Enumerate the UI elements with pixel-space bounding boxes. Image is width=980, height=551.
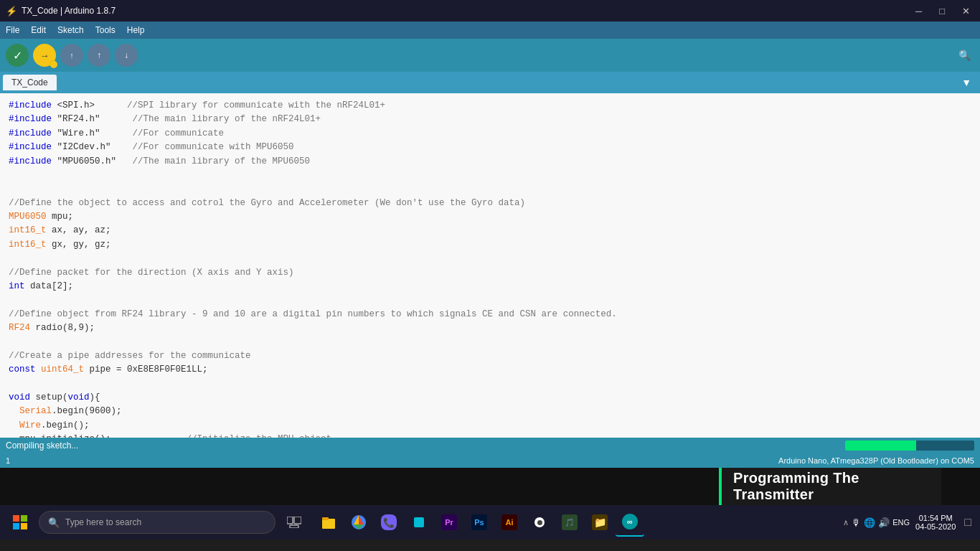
overlay-area: Programming The Transmitter — [0, 468, 980, 505]
line-number: 1 — [6, 456, 10, 465]
menu-tools[interactable]: Tools — [95, 25, 116, 35]
files2-icon: 📁 — [592, 514, 608, 530]
tray-volume-icon[interactable]: 🔊 — [878, 517, 890, 528]
menu-edit[interactable]: Edit — [31, 25, 46, 35]
save-button[interactable]: ↓ — [115, 44, 138, 67]
code-line-17: RF24 radio(8,9); — [9, 321, 971, 335]
chrome-icon — [351, 514, 367, 530]
line-info-bar: 1 Arduino Nano, ATmega328P (Old Bootload… — [0, 453, 980, 468]
taskbar-app9-button[interactable]: 🎵 — [555, 508, 584, 537]
code-line-21 — [9, 377, 971, 391]
code-line-1: #include <SPI.h> //SPI library for commu… — [9, 99, 971, 113]
system-tray: ∧ 🎙 🌐 🔊 ENG 01:54 PM 04-05-2020 □ — [837, 514, 977, 531]
restore-button[interactable]: □ — [935, 4, 949, 18]
code-line-15 — [9, 293, 971, 307]
taskbar-viber-button[interactable]: 📞 — [374, 508, 403, 537]
status-bar: Compiling sketch... — [0, 438, 980, 453]
svg-rect-0 — [13, 515, 19, 522]
code-line-23: Serial.begin(9600); — [9, 405, 971, 418]
taskbar-app5-button[interactable] — [405, 508, 433, 537]
toolbar: ✓ → ↑ ↑ ↓ 🔍 — [0, 39, 980, 72]
title-bar-controls: ─ □ ✕ — [911, 4, 974, 18]
task-view-button[interactable] — [280, 508, 308, 537]
window-title: TX_Code | Arduino 1.8.7 — [22, 6, 116, 16]
app-icon: ⚡ — [6, 6, 17, 17]
minimize-button[interactable]: ─ — [911, 4, 926, 18]
tray-chevron[interactable]: ∧ — [843, 518, 849, 527]
code-line-19: //Create a pipe addresses for the commun… — [9, 349, 971, 363]
code-editor[interactable]: #include <SPI.h> //SPI library for commu… — [0, 93, 980, 438]
taskbar-chrome-button[interactable] — [344, 508, 373, 537]
svg-rect-4 — [287, 517, 293, 524]
taskbar-files2-button[interactable]: 📁 — [585, 508, 614, 537]
code-line-12 — [9, 252, 971, 265]
search-placeholder: Type here to search — [65, 517, 141, 527]
taskbar-files-button[interactable] — [314, 508, 343, 537]
clock-date: 04-05-2020 — [915, 522, 956, 531]
taskbar-arduino-button[interactable]: ∞ — [616, 508, 644, 537]
clock-time: 01:54 PM — [915, 514, 956, 522]
code-line-22: void setup(void){ — [9, 391, 971, 405]
taskbar-premiere-button[interactable]: Pr — [435, 508, 463, 537]
start-button[interactable] — [3, 505, 37, 540]
tray-language[interactable]: ENG — [892, 518, 910, 527]
menu-sketch[interactable]: Sketch — [57, 25, 84, 35]
search-box[interactable]: 🔍 Type here to search — [39, 511, 275, 534]
svg-rect-3 — [21, 523, 27, 529]
premiere-icon: Pr — [441, 514, 457, 530]
code-line-14: int data[2]; — [9, 280, 971, 293]
progress-bar-container — [845, 441, 974, 451]
code-line-5: #include "MPU6050.h" //The main library … — [9, 155, 971, 169]
arduino-icon: ∞ — [622, 514, 638, 529]
code-line-16: //Define object from RF24 library - 9 an… — [9, 308, 971, 321]
upload-button[interactable]: → — [33, 44, 56, 67]
windows-logo-icon — [13, 515, 27, 529]
code-line-25: mpu.initialize(); //Initialize the MPU o… — [9, 433, 971, 438]
obs-icon — [532, 514, 547, 530]
tab-dropdown[interactable]: ▼ — [956, 77, 977, 88]
verify-button[interactable]: ✓ — [6, 44, 29, 67]
taskbar-illustrator-button[interactable]: Ai — [495, 508, 524, 537]
open-button[interactable]: ↑ — [88, 44, 110, 67]
title-bar-left: ⚡ TX_Code | Arduino 1.8.7 — [6, 6, 116, 17]
svg-rect-2 — [13, 523, 19, 529]
svg-rect-7 — [322, 519, 335, 529]
menu-help[interactable]: Help — [127, 25, 145, 35]
tab-bar: TX_Code ▼ — [0, 72, 980, 93]
code-line-13: //Define packet for the direction (X axi… — [9, 266, 971, 280]
photoshop-icon: Ps — [471, 514, 487, 530]
file-explorer-icon — [321, 514, 336, 530]
svg-rect-1 — [21, 515, 27, 522]
svg-rect-6 — [290, 525, 298, 528]
code-line-18 — [9, 335, 971, 349]
tray-network-icon: 🌐 — [864, 517, 875, 528]
code-line-2: #include "RF24.h" //The main library of … — [9, 113, 971, 126]
taskbar-obs-button[interactable] — [525, 508, 554, 537]
app5-icon — [411, 514, 427, 530]
progress-bar — [845, 441, 916, 451]
clock[interactable]: 01:54 PM 04-05-2020 — [915, 514, 956, 531]
tray-icons: ∧ 🎙 🌐 🔊 ENG — [843, 517, 910, 528]
tab-tx-code[interactable]: TX_Code — [3, 75, 57, 90]
code-line-9: MPU6050 mpu; — [9, 210, 971, 224]
app9-icon: 🎵 — [562, 514, 578, 530]
svg-rect-5 — [294, 517, 301, 524]
code-line-24: Wire.begin(); — [9, 419, 971, 433]
search-button[interactable]: 🔍 — [954, 45, 974, 65]
close-button[interactable]: ✕ — [958, 4, 974, 18]
overlay-title: Programming The Transmitter — [733, 470, 930, 503]
new-button[interactable]: ↑ — [60, 44, 83, 67]
notification-icon[interactable]: □ — [964, 516, 971, 529]
viber-icon: 📞 — [381, 514, 397, 530]
code-line-11: int16_t gx, gy, gz; — [9, 238, 971, 252]
code-line-6 — [9, 169, 971, 182]
title-bar: ⚡ TX_Code | Arduino 1.8.7 ─ □ ✕ — [0, 0, 980, 22]
menu-bar: File Edit Sketch Tools Help — [0, 22, 980, 39]
code-line-20: const uint64_t pipe = 0xE8E8F0F0E1LL; — [9, 363, 971, 377]
menu-file[interactable]: File — [6, 25, 19, 35]
board-info: Arduino Nano, ATmega328P (Old Bootloader… — [778, 456, 974, 465]
taskbar: 🔍 Type here to search — [0, 505, 980, 540]
taskbar-photoshop-button[interactable]: Ps — [465, 508, 494, 537]
code-line-7 — [9, 182, 971, 196]
code-line-4: #include "I2Cdev.h" //For communicate wi… — [9, 141, 971, 154]
